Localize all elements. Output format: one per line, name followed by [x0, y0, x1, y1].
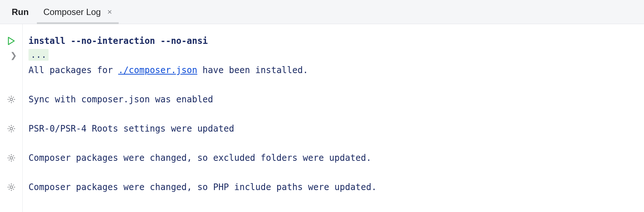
- tab-bar: Run Composer Log ×: [0, 0, 644, 24]
- blank-line: [28, 107, 637, 121]
- console-output: install --no-interaction --no-ansi ... A…: [23, 24, 644, 212]
- blank-line: [28, 77, 637, 92]
- console-body: ❯: [0, 24, 644, 212]
- tab-composer-label: Composer Log: [43, 7, 101, 17]
- close-icon[interactable]: ×: [107, 8, 112, 16]
- composer-json-link[interactable]: ./composer.json: [118, 65, 198, 75]
- blank-line: [28, 165, 637, 180]
- svg-marker-0: [8, 37, 14, 45]
- blank-line: [28, 136, 637, 151]
- text: All packages for: [28, 65, 118, 75]
- console-line-excluded: Composer packages were changed, so exclu…: [28, 151, 637, 165]
- gear-icon[interactable]: [7, 182, 16, 192]
- console-line-psr: PSR-0/PSR-4 Roots settings were updated: [28, 121, 637, 136]
- console-command: install --no-interaction --no-ansi: [28, 34, 637, 48]
- run-icon[interactable]: [8, 37, 15, 45]
- fold-marker[interactable]: ...: [28, 49, 49, 61]
- tab-run-label: Run: [12, 7, 29, 17]
- svg-point-2: [10, 128, 12, 130]
- console-line-sync: Sync with composer.json was enabled: [28, 92, 637, 107]
- console-line-include: Composer packages were changed, so PHP i…: [28, 180, 637, 194]
- console-fold-line: ...: [28, 48, 637, 63]
- tab-run[interactable]: Run: [5, 0, 35, 24]
- gear-icon[interactable]: [7, 124, 16, 133]
- console-line-packages: All packages for ./composer.json have be…: [28, 63, 637, 77]
- tab-composer-log[interactable]: Composer Log ×: [37, 0, 119, 24]
- svg-point-3: [10, 157, 12, 159]
- gear-icon[interactable]: [7, 95, 16, 104]
- chevron-right-icon[interactable]: ❯: [10, 52, 17, 60]
- gear-icon[interactable]: [7, 153, 16, 163]
- gutter: ❯: [0, 24, 23, 212]
- svg-point-1: [10, 98, 12, 101]
- text: have been installed.: [197, 65, 308, 75]
- svg-point-4: [10, 186, 12, 189]
